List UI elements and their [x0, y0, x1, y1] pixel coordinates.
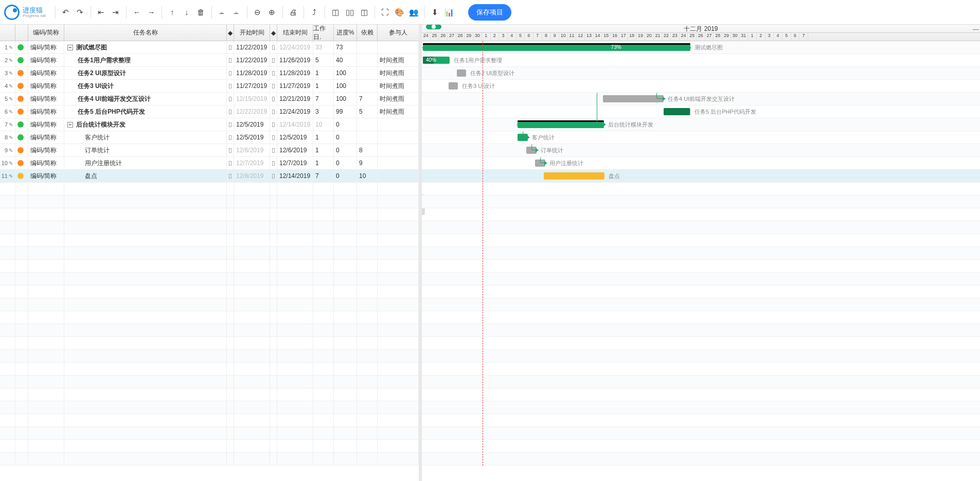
row-start[interactable]: 12/15/2019 — [234, 93, 270, 105]
row-lock-start[interactable] — [227, 105, 234, 118]
collapse-icon[interactable]: — — [973, 26, 979, 33]
row-dep[interactable]: 8 — [357, 144, 378, 156]
row-who[interactable] — [378, 41, 419, 54]
row-lock-end[interactable] — [270, 131, 277, 144]
row-end[interactable]: 12/24/2019 — [277, 41, 313, 54]
row-lock-start[interactable] — [227, 54, 234, 66]
timeline-day[interactable]: 6 — [525, 33, 533, 41]
timeline-day[interactable]: 13 — [585, 33, 594, 41]
row-progress[interactable]: 100 — [334, 80, 357, 92]
row-lock-start[interactable] — [227, 157, 234, 169]
palette-icon[interactable]: 🎨 — [394, 5, 406, 20]
delete-icon[interactable]: 🗑 — [195, 5, 207, 20]
gantt-row[interactable]: 订单统计 — [422, 144, 980, 157]
row-dep[interactable]: 7 — [357, 93, 378, 105]
row-lock-end[interactable] — [270, 80, 277, 92]
table-row[interactable]: 10✎编码/简称用户注册统计12/7/201912/7/2019109 — [0, 157, 419, 170]
row-progress[interactable]: 0 — [334, 131, 357, 144]
row-lock-end[interactable] — [270, 41, 277, 54]
row-start[interactable]: 11/28/2019 — [234, 67, 270, 79]
row-code[interactable]: 编码/简称 — [28, 170, 64, 182]
edit-icon[interactable]: ✎ — [9, 109, 13, 115]
gantt-task-bar[interactable] — [526, 147, 537, 154]
row-days[interactable]: 1 — [313, 157, 334, 169]
row-name[interactable]: −测试燃尽图 — [64, 41, 227, 54]
row-days[interactable]: 10 — [313, 118, 334, 131]
row-who[interactable]: 时间煮雨 — [378, 93, 419, 105]
row-name[interactable]: 任务1用户需求整理 — [64, 54, 227, 66]
gantt-task-bar[interactable] — [518, 134, 528, 141]
row-name[interactable]: 任务5 后台PHP代码开发 — [64, 105, 227, 118]
row-start[interactable]: 12/22/2019 — [234, 105, 270, 118]
row-end[interactable]: 12/7/2019 — [277, 157, 313, 169]
gantt-row[interactable]: 任务2 UI原型设计 — [422, 67, 980, 80]
row-lock-end[interactable] — [270, 105, 277, 118]
row-name[interactable]: 盘点 — [64, 170, 227, 182]
move-right-icon[interactable]: → — [145, 5, 157, 20]
row-name[interactable]: 客户统计 — [64, 131, 227, 144]
table-row[interactable]: 4✎编码/简称任务3 UI设计11/27/201911/27/20191100时… — [0, 80, 419, 93]
timeline-day[interactable]: 28 — [456, 33, 465, 41]
indent-icon[interactable]: ⇥ — [110, 5, 122, 20]
timeline-day[interactable]: 3 — [765, 33, 774, 41]
timeline-day[interactable]: 29 — [465, 33, 473, 41]
row-lock-end[interactable] — [270, 93, 277, 105]
export-icon[interactable]: ⤴ — [308, 5, 320, 20]
layout-1-icon[interactable]: ◫ — [329, 5, 342, 20]
row-days[interactable]: 33 — [313, 41, 334, 54]
gantt-row[interactable]: 40%任务1用户需求整理 — [422, 54, 980, 67]
save-project-button[interactable]: 保存项目 — [468, 4, 511, 21]
timeline-day[interactable]: 26 — [439, 33, 448, 41]
zoom-in-icon[interactable]: ⊕ — [266, 5, 278, 20]
timeline-day[interactable]: 1 — [482, 33, 491, 41]
timeline-day[interactable]: 4 — [774, 33, 782, 41]
timeline-day[interactable]: 7 — [533, 33, 542, 41]
row-progress[interactable]: 0 — [334, 157, 357, 169]
row-who[interactable] — [378, 144, 419, 156]
timeline-day[interactable]: 21 — [654, 33, 663, 41]
gantt-task-bar[interactable]: 40% — [423, 57, 450, 64]
row-days[interactable]: 1 — [313, 144, 334, 156]
timeline-day[interactable]: 15 — [602, 33, 611, 41]
timeline-day[interactable]: 5 — [782, 33, 791, 41]
timeline-day[interactable]: 26 — [697, 33, 705, 41]
row-days[interactable]: 1 — [313, 131, 334, 144]
expand-toggle-icon[interactable]: − — [67, 122, 73, 128]
row-name[interactable]: 用户注册统计 — [64, 157, 227, 169]
timeline-day[interactable]: 31 — [739, 33, 748, 41]
edit-icon[interactable]: ✎ — [9, 135, 13, 140]
row-dep[interactable] — [357, 131, 378, 144]
timeline-day[interactable]: 27 — [448, 33, 456, 41]
row-end[interactable]: 12/5/2019 — [277, 131, 313, 144]
timeline-day[interactable]: 22 — [662, 33, 671, 41]
row-code[interactable]: 编码/简称 — [28, 41, 64, 54]
gantt-task-bar[interactable] — [535, 159, 545, 167]
gantt-parent-bar[interactable] — [518, 121, 604, 128]
row-code[interactable]: 编码/简称 — [28, 93, 64, 105]
row-days[interactable]: 1 — [313, 80, 334, 92]
row-progress[interactable]: 40 — [334, 54, 357, 66]
row-days[interactable]: 1 — [313, 67, 334, 79]
timeline-day[interactable]: 20 — [645, 33, 654, 41]
row-dep[interactable]: 10 — [357, 170, 378, 182]
table-row[interactable]: 1✎编码/简称−测试燃尽图11/22/201912/24/20193373 — [0, 41, 419, 54]
excel-icon[interactable]: 📊 — [443, 5, 456, 20]
row-who[interactable] — [378, 157, 419, 169]
row-progress[interactable]: 0 — [334, 118, 357, 131]
row-name[interactable]: 任务2 UI原型设计 — [64, 67, 227, 79]
timeline-day[interactable]: 30 — [473, 33, 482, 41]
row-code[interactable]: 编码/简称 — [28, 54, 64, 66]
table-row[interactable]: 8✎编码/简称客户统计12/5/201912/5/201910 — [0, 131, 419, 144]
timeline-day[interactable]: 18 — [628, 33, 637, 41]
align-top-icon[interactable]: ⫠ — [216, 5, 228, 20]
row-lock-start[interactable] — [227, 67, 234, 79]
table-row[interactable]: 2✎编码/简称任务1用户需求整理11/22/201911/26/2019540时… — [0, 54, 419, 67]
timeline-day[interactable]: 16 — [611, 33, 619, 41]
col-milestone-start[interactable]: ◆ — [227, 25, 234, 41]
row-code[interactable]: 编码/简称 — [28, 105, 64, 118]
row-dep[interactable]: 5 — [357, 105, 378, 118]
timeline-day[interactable]: 29 — [722, 33, 731, 41]
timeline-day[interactable]: 28 — [714, 33, 722, 41]
row-lock-end[interactable] — [270, 170, 277, 182]
row-start[interactable]: 12/5/2019 — [234, 131, 270, 144]
